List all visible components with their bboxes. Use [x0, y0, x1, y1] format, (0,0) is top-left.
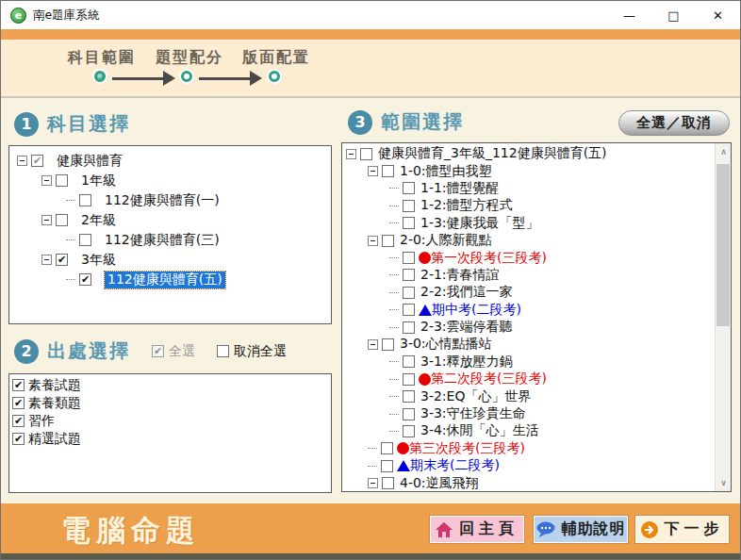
tree-row: 2-3:雲端停看聽	[342, 319, 715, 336]
tree-item-checkbox[interactable]	[403, 182, 415, 194]
blue-triangle-exam-marker-icon	[419, 305, 432, 316]
tree-item-checkbox[interactable]	[382, 165, 394, 177]
source-item-label[interactable]: 習作	[28, 413, 55, 430]
tree-item-checkbox[interactable]	[56, 174, 68, 187]
tree-item-checkbox[interactable]	[403, 373, 415, 386]
tree-item-checkbox[interactable]	[403, 390, 415, 403]
minimize-button[interactable]: —	[607, 1, 651, 29]
tree-item-label[interactable]: 1-2:體型方程式	[420, 197, 513, 214]
select-all-checkbox[interactable]	[152, 345, 164, 357]
expand-collapse-toggle-icon[interactable]	[346, 149, 356, 159]
scroll-down-arrow-icon[interactable]: ∨	[716, 474, 732, 491]
step-arrow-head-1-icon	[163, 71, 175, 86]
tree-connector-line	[389, 188, 399, 189]
tree-item-checkbox[interactable]	[360, 148, 372, 160]
tree-item-label[interactable]: 2-0:人際新觀點	[400, 232, 492, 249]
tree-item-checkbox[interactable]	[79, 194, 91, 206]
tree-item-label[interactable]: 第二次段考(三段考)	[431, 371, 547, 387]
tree-item-checkbox[interactable]	[403, 252, 415, 264]
tree-item-checkbox[interactable]	[403, 200, 415, 212]
expand-collapse-toggle-icon[interactable]	[41, 255, 52, 265]
expand-collapse-toggle-icon[interactable]	[368, 478, 378, 488]
tree-item-label[interactable]: 2-3:雲端停看聽	[420, 319, 513, 336]
source-item-checkbox[interactable]	[12, 397, 25, 409]
tree-item-checkbox[interactable]	[79, 273, 91, 286]
tree-item-checkbox[interactable]	[31, 155, 43, 167]
source-item-label[interactable]: 素養試題	[28, 377, 81, 394]
vertical-scrollbar[interactable]: ∧ ∨	[715, 143, 731, 491]
tree-item-checkbox[interactable]	[79, 234, 91, 246]
tree-item-label[interactable]: 112健康與體育(五)	[105, 272, 225, 288]
tree-item-checkbox[interactable]	[403, 304, 415, 316]
tree-item-label[interactable]: 2-2:我們這一家	[420, 284, 513, 301]
tree-item-label[interactable]: 3-3:守住珍貴生命	[420, 405, 526, 422]
tree-item-label[interactable]: 1-3:健康我最「型」	[420, 215, 539, 232]
tree-item-checkbox[interactable]	[381, 460, 393, 472]
expand-collapse-toggle-icon[interactable]	[368, 339, 378, 350]
source-item-checkbox[interactable]	[12, 415, 25, 427]
source-item-label[interactable]: 素養類題	[28, 395, 81, 412]
tree-item-checkbox[interactable]	[382, 235, 394, 247]
tree-row: 第一次段考(三段考)	[342, 249, 715, 266]
tree-item-label[interactable]: 4-0:逆風飛翔	[400, 475, 479, 491]
source-item-checkbox[interactable]	[12, 379, 25, 391]
tree-item-label[interactable]: 3-1:釋放壓力鍋	[420, 354, 513, 371]
tree-item-label[interactable]: 112健康與體育(一)	[105, 192, 220, 209]
tree-connector-line	[389, 222, 399, 223]
tree-connector-line	[389, 274, 399, 275]
help-button[interactable]: 輔助說明	[534, 516, 628, 543]
tree-item-label[interactable]: 2年級	[81, 212, 116, 229]
tree-item-label[interactable]: 期末考(二段考)	[410, 457, 500, 474]
expand-collapse-toggle-icon[interactable]	[41, 215, 52, 225]
scrollbar-thumb[interactable]	[716, 164, 730, 326]
app-window: e 南e題庫系統 — □ ✕ 科目範圍 題型配分 版面配置 1 科目選擇 健康與…	[0, 0, 741, 560]
tree-connector-line	[389, 414, 399, 415]
step-circle-3	[269, 71, 280, 82]
scroll-up-arrow-icon[interactable]: ∧	[716, 143, 732, 160]
tree-item-checkbox[interactable]	[382, 477, 394, 489]
expand-collapse-toggle-icon[interactable]	[368, 166, 378, 176]
tree-row: 1-2:體型方程式	[342, 197, 715, 214]
tree-item-label[interactable]: 健康與體育	[57, 153, 123, 170]
deselect-all-checkbox[interactable]	[217, 345, 229, 357]
tree-item-label[interactable]: 第一次段考(三段考)	[431, 250, 547, 267]
tree-item-checkbox[interactable]	[403, 287, 415, 299]
tree-row: 期末考(二段考)	[342, 457, 715, 474]
tree-item-label[interactable]: 3年級	[81, 252, 116, 269]
tree-item-label[interactable]: 3-0:心情點播站	[400, 336, 492, 353]
tree-item-checkbox[interactable]	[403, 321, 415, 334]
maximize-button[interactable]: □	[651, 1, 696, 29]
tree-item-label[interactable]: 3-2:EQ「心」世界	[420, 388, 531, 405]
tree-item-checkbox[interactable]	[403, 425, 415, 437]
tree-item-label[interactable]: 1-1:體型覺醒	[420, 180, 500, 197]
next-step-button[interactable]: 下一步	[635, 516, 729, 543]
source-item-checkbox[interactable]	[12, 433, 25, 445]
tree-item-label[interactable]: 健康與體育_3年級_112健康與體育(五)	[378, 145, 607, 162]
close-button[interactable]: ✕	[696, 1, 740, 29]
source-item-label[interactable]: 精選試題	[28, 431, 81, 448]
tree-item-label[interactable]: 1年級	[81, 173, 116, 189]
expand-collapse-toggle-icon[interactable]	[17, 156, 27, 166]
section-2-badge: 2	[14, 339, 39, 364]
tree-item-label[interactable]: 2-1:青春情誼	[420, 267, 500, 284]
tree-item-checkbox[interactable]	[403, 217, 415, 229]
expand-collapse-toggle-icon[interactable]	[41, 175, 52, 186]
tree-item-checkbox[interactable]	[382, 338, 394, 351]
expand-collapse-toggle-icon[interactable]	[368, 236, 378, 246]
subject-tree-panel: 健康與體育1年級112健康與體育(一)2年級112健康與體育(三)3年級112健…	[8, 145, 332, 324]
tree-item-label[interactable]: 112健康與體育(三)	[105, 232, 220, 249]
tree-item-label[interactable]: 3-4:休閒「心」生活	[420, 422, 539, 439]
app-logo-icon: e	[10, 8, 26, 24]
tree-item-checkbox[interactable]	[381, 442, 393, 454]
tree-item-checkbox[interactable]	[56, 214, 68, 226]
tree-item-checkbox[interactable]	[56, 254, 68, 266]
tree-item-label[interactable]: 1-0:體型由我塑	[400, 163, 492, 180]
tree-item-checkbox[interactable]	[403, 355, 415, 368]
tree-item-label[interactable]: 期中考(二段考)	[432, 302, 521, 319]
tree-item-label[interactable]: 第三次段考(三段考)	[409, 440, 525, 457]
home-button[interactable]: 回主頁	[430, 516, 524, 543]
tree-item-checkbox[interactable]	[403, 269, 415, 281]
select-all-toggle-button[interactable]: 全選／取消	[618, 110, 730, 136]
tree-row: 第三次段考(三段考)	[342, 440, 715, 457]
tree-item-checkbox[interactable]	[403, 408, 415, 420]
